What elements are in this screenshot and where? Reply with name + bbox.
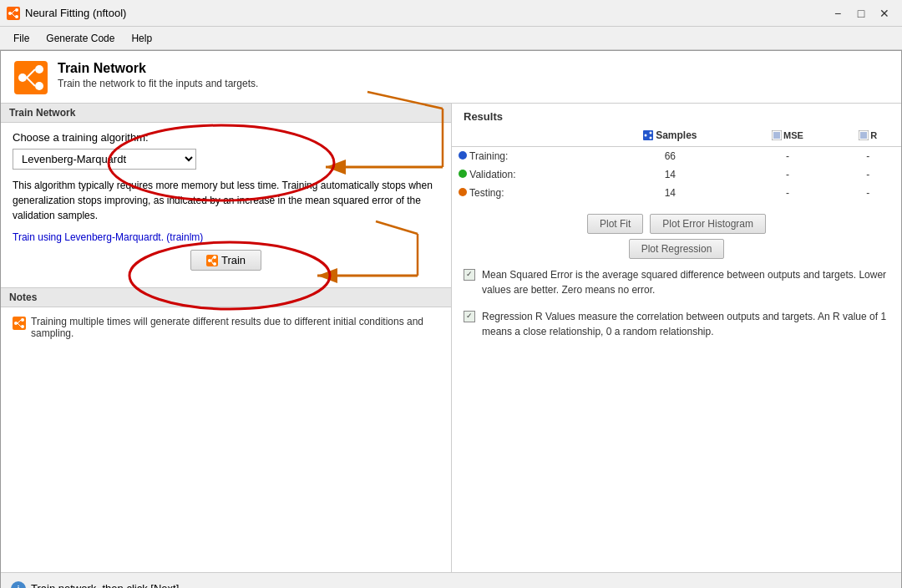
status-icon: i [11,581,26,589]
note-text-1: Training multiple times will generate di… [31,316,439,339]
table-row-validation: Validation: 14 - - [452,165,901,184]
algo-dropdown-wrapper: Levenberg-Marquardt Bayesian Regularizat… [13,149,439,170]
svg-point-8 [35,65,43,74]
samples-icon [643,130,653,140]
title-bar-left: Neural Fitting (nftool) [7,7,126,20]
validation-dot [459,170,467,178]
note-item-1: Training multiple times will generate di… [13,316,439,339]
col-header-samples: Samples [600,126,740,147]
menu-help[interactable]: Help [124,31,159,46]
svg-point-26 [650,132,652,134]
train-using-line: Train using Levenberg-Marquardt. (trainl… [13,231,439,243]
svg-point-20 [21,318,24,322]
note-icon-1 [13,317,26,330]
train-using-link: (trainlm) [166,231,203,243]
header-text: Train Network Train the network to fit t… [58,61,258,89]
main-window: Train Network Train the network to fit t… [0,50,902,588]
testing-mse: - [741,184,835,202]
svg-rect-29 [773,132,780,139]
plot-regression-button[interactable]: Plot Regression [629,239,725,259]
algo-description: This algorithm typically requires more m… [13,178,439,223]
svg-point-15 [213,262,216,266]
testing-samples: 14 [600,184,740,202]
svg-point-13 [208,259,211,262]
close-button[interactable]: ✕ [874,5,895,22]
menu-file[interactable]: File [7,31,36,46]
train-section: Train Network Choose a training algorith… [1,104,451,288]
table-row-training: Training: 66 - - [452,147,901,166]
r-note-text: Regression R Values measure the correlat… [482,309,889,339]
header-subtitle: Train the network to fit the inputs and … [58,78,258,89]
svg-point-2 [15,8,18,12]
title-bar: Neural Fitting (nftool) − □ ✕ [0,0,902,27]
train-button-label: Train [221,254,246,266]
header-section: Train Network Train the network to fit t… [1,51,901,104]
mse-note-text: Mean Squared Error is the average square… [482,267,889,297]
validation-r: - [834,165,901,184]
train-network-section-header: Train Network [1,104,451,123]
plot-row-1: Plot Fit Plot Error Histogram [587,214,766,234]
table-row-testing: Testing: 14 - - [452,184,901,202]
svg-point-3 [15,15,18,18]
train-button-icon [206,255,218,266]
train-button[interactable]: Train [190,250,261,271]
header-icon [14,61,48,94]
svg-point-1 [8,12,12,15]
plot-error-histogram-button[interactable]: Plot Error Histogram [650,214,766,234]
svg-point-19 [14,322,18,325]
note-right-mse: ✓ Mean Squared Error is the average squa… [464,267,889,297]
notes-section-header: Notes [1,288,451,307]
menu-generate-code[interactable]: Generate Code [39,31,121,46]
toolbar: File Generate Code Help [0,27,902,50]
svg-point-9 [35,82,43,90]
svg-point-14 [213,256,216,259]
training-r: - [834,147,901,166]
svg-point-21 [21,325,24,328]
training-mse: - [741,147,835,166]
testing-r: - [834,184,901,202]
mse-checkbox-icon [772,130,782,140]
left-panel: Train Network Choose a training algorith… [1,104,452,572]
r-note-checkbox: ✓ [464,311,475,322]
col-header-r: R [834,126,901,147]
app-icon [7,7,20,20]
note-right-r: ✓ Regression R Values measure the correl… [464,309,889,339]
plot-row-2: Plot Regression [629,239,725,259]
train-section-body: Choose a training algorithm: Levenberg-M… [1,123,451,287]
window-controls: − □ ✕ [827,5,895,22]
algo-label: Choose a training algorithm: [13,131,439,144]
plot-fit-button[interactable]: Plot Fit [587,214,643,234]
notes-section: Notes Training multiple times will gener… [1,288,451,572]
algo-select[interactable]: Levenberg-Marquardt Bayesian Regularizat… [13,149,196,170]
status-icon-letter: i [17,584,19,589]
main-content: Train Network Choose a training algorith… [1,104,901,572]
testing-label: Testing: [452,184,600,202]
header-title: Train Network [58,61,258,76]
svg-point-7 [18,74,27,82]
results-header: Results [452,104,901,126]
training-label: Training: [452,147,600,166]
maximize-button[interactable]: □ [850,5,872,22]
notes-right: ✓ Mean Squared Error is the average squa… [452,259,901,572]
mse-note-checkbox: ✓ [464,269,475,281]
samples-header: Samples [643,129,697,141]
mse-header: MSE [772,130,803,140]
validation-mse: - [741,165,835,184]
status-text: Train network, then click [Next]. [31,582,182,588]
results-table: Samples MSE [452,126,901,202]
right-panel: Results [452,104,901,572]
col-header-mse: MSE [741,126,835,147]
r-header: R [859,130,877,140]
svg-point-27 [650,137,652,139]
results-table-header-row: Samples MSE [452,126,901,147]
status-bar: i Train network, then click [Next]. [1,572,901,588]
svg-point-25 [645,134,647,137]
col-header-empty [452,126,600,147]
window-title: Neural Fitting (nftool) [25,7,126,19]
r-checkbox-icon [859,130,869,140]
minimize-button[interactable]: − [827,5,849,22]
svg-rect-31 [860,132,867,139]
training-dot [459,151,467,160]
results-table-body: Training: 66 - - Validation: 14 - - [452,147,901,203]
validation-samples: 14 [600,165,740,184]
